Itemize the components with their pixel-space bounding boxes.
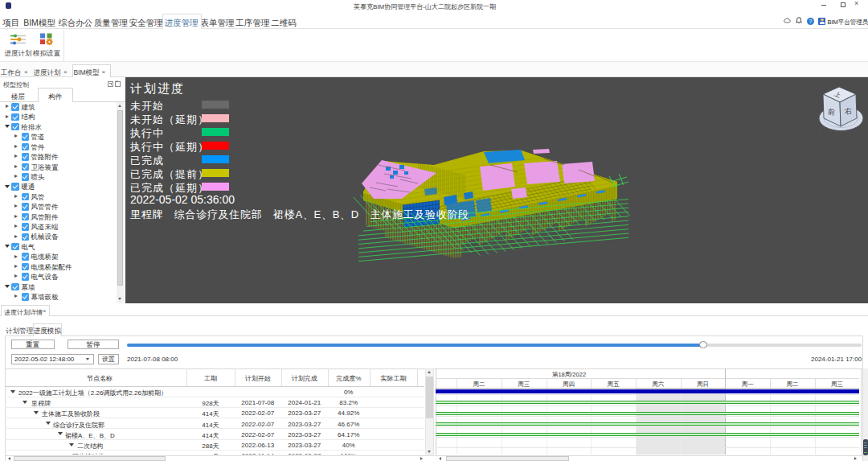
svg-text:右: 右 <box>843 106 852 115</box>
svg-text:东: 东 <box>859 128 864 133</box>
svg-text:南: 南 <box>817 128 822 133</box>
svg-text:前: 前 <box>827 108 835 117</box>
